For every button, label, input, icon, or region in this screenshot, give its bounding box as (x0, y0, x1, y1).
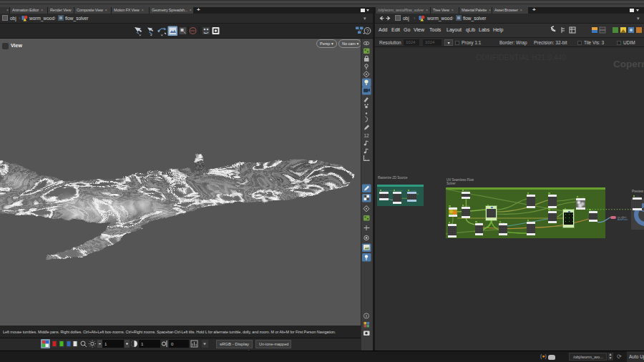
svg-text:12: 12 (364, 133, 370, 138)
svg-text:?: ? (366, 28, 369, 34)
